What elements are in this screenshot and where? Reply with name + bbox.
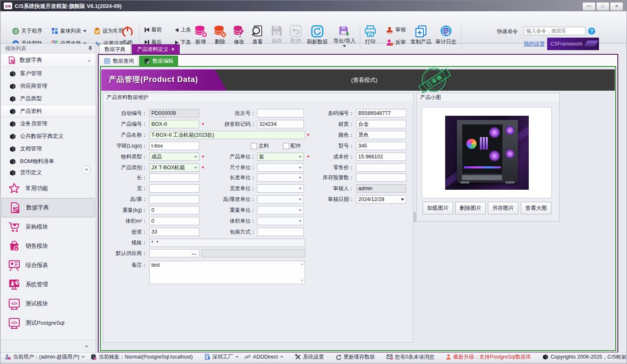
width-field[interactable] <box>149 184 199 193</box>
stock-warning-field[interactable] <box>356 173 406 182</box>
module-system[interactable]: 系统管理 <box>1 275 96 294</box>
weight-unit-combo[interactable] <box>257 206 304 214</box>
scroll-down-button[interactable] <box>82 165 91 174</box>
textarea-scroll-down-icon[interactable]: ▼ <box>301 279 304 283</box>
model-field[interactable] <box>356 142 406 150</box>
delete-image-button[interactable]: 删除图片 <box>455 202 486 214</box>
module-common-functions[interactable]: 常用功能 <box>1 179 96 198</box>
sidebar-item-product-data[interactable]: 产品资料 <box>1 105 96 117</box>
pin-icon[interactable] <box>88 46 92 51</box>
copy-product-button[interactable]: 复制产品 <box>409 25 433 46</box>
add-button[interactable]: 新增 <box>192 25 209 46</box>
close-form-button[interactable]: 关闭 <box>119 25 136 46</box>
module-test[interactable]: </> 测试模块 <box>1 294 96 313</box>
upgrade-status[interactable]: 最新升级：支持PostgreSql数据库 <box>446 354 531 361</box>
retail-price-field[interactable] <box>356 163 406 172</box>
about-button[interactable]: @ 关于程序 <box>12 26 42 36</box>
main-material-checkbox[interactable] <box>251 143 257 149</box>
subtab-data-edit[interactable]: 数据编辑 <box>139 56 178 66</box>
audit-log-button[interactable]: 审计日志 <box>434 25 458 46</box>
weight-field[interactable] <box>149 206 199 214</box>
messages-status[interactable]: 您有0条未读消息 <box>387 354 434 361</box>
height-field[interactable] <box>149 195 199 204</box>
length-field[interactable] <box>149 173 199 182</box>
system-settings-status[interactable]: 系统设置 <box>295 354 324 361</box>
sidebar-item-document[interactable]: 文档管理 <box>1 143 96 155</box>
module-data-dictionary[interactable]: 数据字典 <box>2 198 95 217</box>
import-export-button[interactable]: 导出/导入 <box>331 25 357 47</box>
print-button[interactable]: 打印 <box>362 25 379 46</box>
splitter-handle[interactable] <box>414 212 416 221</box>
ado-status[interactable]: ADODirect <box>245 354 283 360</box>
material-type-label: 物料类型： <box>105 153 147 161</box>
module-purchase[interactable]: 采购模块 <box>1 217 96 237</box>
form-list-icon <box>51 28 58 34</box>
color-field[interactable] <box>356 131 406 139</box>
current-user-status[interactable]: 当前用户：(admin-超级用户) <box>5 354 85 361</box>
volume-field[interactable] <box>149 217 199 225</box>
refresh-data-button[interactable]: 刷新数据 <box>305 25 330 46</box>
module-sales[interactable]: ¥ 销售模块 <box>1 237 96 256</box>
delete-button[interactable]: 删除 <box>211 25 229 46</box>
maximize-button[interactable]: □ <box>596 2 609 11</box>
accessory-checkbox[interactable] <box>283 143 289 149</box>
close-tab-icon[interactable]: × <box>171 46 174 52</box>
chevron-down-icon[interactable] <box>85 346 88 348</box>
material-field[interactable] <box>356 120 406 128</box>
close-window-button[interactable]: × <box>610 2 623 11</box>
view-button[interactable]: 查看 <box>249 25 266 46</box>
sidebar-item-bom[interactable]: BOM物料清单 <box>1 155 96 168</box>
tab-data-dictionary[interactable]: 数据字典 <box>99 44 131 54</box>
sidebar-section-data-dictionary[interactable]: 数据字典 « <box>1 53 96 67</box>
sidebar-item-public-dictionary[interactable]: 公共数据字典定义 <box>1 130 96 143</box>
nav-first-button[interactable]: 最前 <box>145 26 162 33</box>
module-test-postgresql[interactable]: </> 测试PostgreSql <box>1 313 96 333</box>
packaging-field[interactable] <box>257 228 304 236</box>
category-combo[interactable]: JX T-BOX机箱 <box>149 163 199 172</box>
sidebar-item-supplier[interactable]: 供应商管理 <box>1 80 96 92</box>
logo-field[interactable] <box>149 142 199 150</box>
star-icon <box>8 182 20 195</box>
current-account-status[interactable]: 当前账套：Normal(PostgreSql:localhost) <box>91 354 193 361</box>
factory-status[interactable]: 深圳工厂 <box>204 354 239 361</box>
nav-prev-button[interactable]: 上条 <box>175 26 191 33</box>
textarea-scroll-up-icon[interactable]: ▲ <box>301 262 304 266</box>
material-type-combo[interactable]: 成品 <box>149 153 199 161</box>
module-reports[interactable]: 综合报表 <box>1 256 96 275</box>
remarks-textarea[interactable]: test <box>149 261 305 284</box>
view-large-image-button[interactable]: 查看大图 <box>521 202 551 214</box>
sidebar-item-customer[interactable]: 客户管理 <box>1 67 96 80</box>
save-image-button[interactable]: 另存图片 <box>488 202 518 214</box>
volume-unit-combo[interactable] <box>257 217 304 225</box>
sidebar-item-salesman[interactable]: 业务员管理 <box>1 117 96 130</box>
tab-product-data-definition[interactable]: 产品资料定义 × <box>132 44 180 54</box>
barcode-field[interactable] <box>356 109 406 117</box>
quick-command-help-icon[interactable]: ? <box>588 28 595 35</box>
quick-command-input[interactable] <box>524 27 586 35</box>
cost-price-field[interactable] <box>356 153 406 161</box>
audit-button[interactable]: 审核 <box>386 26 406 33</box>
my-settings-link[interactable]: 我的设置 <box>524 41 545 48</box>
power-icon <box>119 25 136 39</box>
height-unit-label: 高/厚度单位： <box>201 195 256 204</box>
code-icon: </> <box>8 298 20 310</box>
supplier-browse-button[interactable]: … <box>189 250 199 257</box>
form-list-button[interactable]: 窗体列表 <box>51 26 87 36</box>
modify-button[interactable]: 修改 <box>230 25 248 46</box>
unaudit-button[interactable]: 反审 <box>386 39 406 46</box>
refresh-cache-status[interactable]: 更新缓存数据 <box>336 354 375 361</box>
subtab-data-query[interactable]: 数据查询 <box>99 56 138 66</box>
product-name-field[interactable] <box>149 131 305 139</box>
spec-field[interactable] <box>149 239 305 247</box>
collapse-icon[interactable]: « <box>88 57 91 64</box>
chevron-down-icon <box>85 169 88 171</box>
minimize-button[interactable]: — <box>582 2 596 11</box>
product-no-label: 产品编号： <box>105 120 147 128</box>
banner-mode-label: (查看模式) <box>351 76 377 84</box>
load-image-button[interactable]: 加载图片 <box>423 202 453 214</box>
approved-stamp: 已审核 <box>420 67 448 93</box>
density-field[interactable] <box>149 228 199 236</box>
audit-date-picker[interactable]: 2024/12/28 <box>356 195 406 204</box>
sidebar-item-product-type[interactable]: 产品类型 <box>1 92 96 105</box>
product-no-field[interactable] <box>149 120 199 128</box>
